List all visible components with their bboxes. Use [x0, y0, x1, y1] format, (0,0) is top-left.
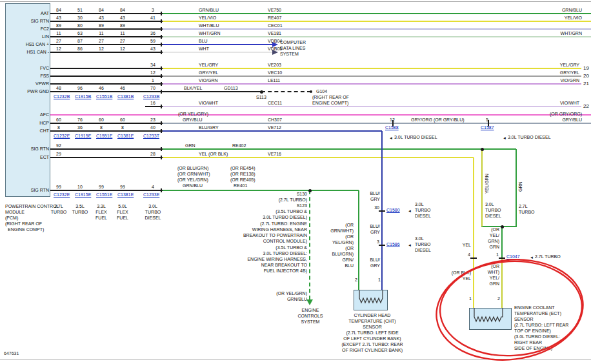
pin-number: 2 — [497, 296, 500, 301]
splice-note: WIRING HARNESS, NEAR — [252, 227, 307, 232]
wire-color-label: GRN/BLU — [287, 297, 307, 302]
connector-link[interactable]: C1381B — [117, 94, 134, 99]
pcm-label: (PCM) — [5, 216, 18, 221]
circuit-label: VE203 — [268, 63, 281, 68]
connector-link[interactable]: C1586 — [386, 242, 400, 247]
wire-color-label: (OR — [491, 227, 499, 232]
splice-note: 3.0L TURBO DIESEL: — [263, 251, 307, 256]
wire-color-label: BLU/GRY — [199, 125, 219, 130]
wire-color-label: BLU/GRN) — [332, 252, 354, 257]
pin-number: 89 — [56, 23, 61, 28]
wire-segment — [50, 44, 163, 45]
sensor-caption: OF LEFT CYLINDER BANK) — [343, 336, 401, 341]
wire-color-label: GRN/BLU — [562, 8, 582, 13]
pin-number: 48 — [56, 86, 61, 91]
connector-tick — [161, 156, 162, 159]
pin-number: 70 — [150, 86, 155, 91]
pcm-pin-label: VPWR — [35, 81, 49, 86]
engine-variant-label: DIESEL — [415, 248, 431, 253]
engine-variant-label: TURBO — [519, 210, 535, 215]
engine-variant-label: TURBO — [415, 208, 431, 213]
pin-number: 43 — [150, 46, 155, 52]
connector-link[interactable]: C1587 — [481, 125, 494, 130]
engine-variant-label: DIESEL — [415, 214, 431, 219]
connector-link[interactable]: C1915B — [75, 94, 91, 99]
system-ref-label: COMPUTER — [280, 40, 306, 45]
pin-number: 28 — [150, 152, 155, 157]
connector-link[interactable]: C1551E — [96, 134, 112, 139]
pcm-pin-label: SIG RTN — [31, 147, 49, 152]
wire-color-label: VIO/GRN — [560, 78, 579, 83]
wire-color-label: (OR YEL/GRY) — [178, 112, 208, 117]
pcm-label: POWERTRAIN CONTROL — [5, 204, 59, 209]
pin-number: 84 — [99, 8, 104, 13]
pin-number: 40 — [150, 125, 155, 130]
wire-segment — [473, 157, 474, 308]
circuit-label: VEC10 — [268, 70, 282, 76]
wire-color-label: GRN/ — [343, 258, 354, 263]
connector-link[interactable]: C1915E — [75, 192, 91, 197]
connector-link[interactable]: C1381E — [117, 192, 134, 197]
pin-number: 8 — [57, 125, 60, 130]
engine-variant-label: 3.0L — [485, 202, 494, 207]
wire-color-label: (OR GRN/WHT) — [177, 172, 210, 177]
engine-variant-label: 5.0L — [118, 204, 127, 209]
circuit-label: RE402 — [232, 143, 246, 148]
engine-variant-label: DIESEL — [485, 214, 501, 219]
wire-color-label: WHT/GRN — [561, 31, 582, 36]
wire-segment — [163, 190, 359, 191]
splice-note: ENGINE WIRING HARNESS, — [247, 257, 307, 262]
wire-color-label: YEL/GRY — [560, 63, 579, 68]
pcm-pin-label: HS1 CAN + — [26, 42, 49, 47]
connector-link[interactable]: C1232E — [54, 192, 70, 197]
engine-variant-label: 3.0L — [415, 202, 424, 207]
engine-variant-label: TURBO — [51, 210, 67, 215]
pin-number: 11 — [56, 31, 61, 36]
connector-link[interactable]: C1232E — [54, 134, 70, 139]
wire-segment — [516, 149, 517, 227]
pin-number: 46 — [120, 86, 125, 91]
connector-link[interactable]: C1915E — [75, 134, 91, 139]
connector-link[interactable]: C1232B — [54, 94, 70, 99]
pin-number: 59 — [150, 39, 155, 44]
circuit-label: RE407 — [268, 15, 281, 21]
pointer-arrow: ◄ — [408, 243, 412, 248]
wire-color-label: WHT) — [488, 270, 499, 275]
wiring-diagram-canvas: 647631 AATSIG RTNFC2LINHS1 CAN +HS1 CAN … — [0, 0, 591, 364]
connector-link[interactable]: C1233B — [143, 94, 159, 99]
connector-link[interactable]: C1551E — [96, 192, 112, 197]
wire-segment — [50, 76, 163, 77]
pointer-arrow: ◄ — [530, 255, 534, 260]
sensor-caption: ENGINE COOLANT — [514, 305, 555, 310]
connector-link[interactable]: C1381E — [117, 134, 134, 139]
connector-link[interactable]: C1233E — [143, 192, 159, 197]
wire-color-label: (OR — [345, 234, 354, 239]
wire-segment — [163, 13, 591, 14]
connector-link[interactable]: C1047 — [506, 254, 520, 259]
connector-link[interactable]: C1551B — [96, 94, 112, 99]
wire-segment — [50, 21, 163, 22]
pin-number: 84 — [56, 8, 61, 13]
pin-number: 4 — [468, 252, 470, 258]
pin-number: 10 — [77, 185, 83, 190]
wire-color-label: GRN — [489, 245, 499, 250]
ect-sensor-resistor-icon — [470, 308, 512, 330]
pin-number: 96 — [77, 86, 83, 91]
engine-variant-label: 3.0L — [415, 236, 424, 241]
page-ref-number: 19 — [583, 66, 589, 71]
pin-number: 3 — [377, 239, 379, 245]
wire-segment — [261, 91, 311, 92]
wire-segment — [50, 52, 163, 53]
engine-variant-label: 2.7L TURBO — [535, 254, 561, 259]
engine-variant-label: TURBO — [485, 208, 501, 213]
wire-color-label: BLU/ — [370, 191, 380, 196]
pin-number: 60 — [99, 117, 104, 123]
system-ref-label: ENGINE — [302, 308, 319, 313]
connector-link[interactable]: C1580 — [386, 208, 400, 213]
connector-link[interactable]: C1233T — [143, 134, 159, 139]
wire-segment — [163, 123, 591, 124]
connector-link[interactable]: C1588 — [385, 125, 399, 130]
wire-color-label: BLK/YEL — [184, 86, 202, 91]
sensor-caption: SENSOR — [363, 325, 382, 330]
wire-color-label: YEL — [463, 243, 471, 248]
